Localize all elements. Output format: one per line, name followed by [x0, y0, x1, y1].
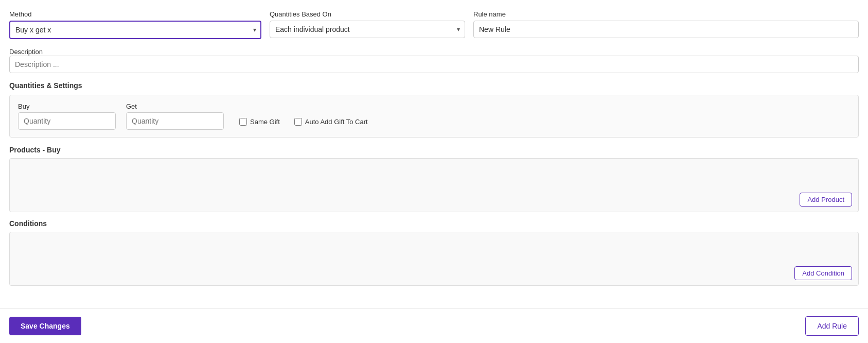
conditions-box: Add Condition — [9, 232, 859, 286]
main-content: Method Buy x get x Percentage Discount F… — [0, 0, 868, 308]
description-label: Description — [9, 48, 43, 56]
method-field-group: Method Buy x get x Percentage Discount F… — [9, 10, 261, 39]
conditions-title: Conditions — [9, 219, 859, 228]
get-label: Get — [126, 102, 224, 110]
auto-add-text: Auto Add Gift To Cart — [305, 118, 368, 126]
quantities-settings-section: Quantities & Settings Buy Get Same Gi — [9, 81, 859, 138]
footer-bar: Save Changes Add Rule — [0, 308, 868, 343]
top-row: Method Buy x get x Percentage Discount F… — [9, 10, 859, 39]
same-gift-checkbox[interactable] — [239, 118, 247, 126]
description-input[interactable] — [9, 56, 859, 73]
description-row: Description — [9, 47, 859, 73]
get-quantity-input[interactable] — [126, 112, 224, 130]
products-buy-box: Add Product — [9, 158, 859, 212]
same-gift-checkbox-label[interactable]: Same Gift — [239, 118, 280, 126]
products-buy-title: Products - Buy — [9, 146, 859, 154]
quantities-based-on-field-group: Quantities Based On Each individual prod… — [270, 10, 465, 38]
quantities-based-on-select-wrapper: Each individual product Total quantity T… — [270, 21, 465, 38]
quantities-settings-box: Buy Get Same Gift Aut — [9, 95, 859, 138]
conditions-section: Conditions Add Condition — [9, 219, 859, 286]
same-gift-text: Same Gift — [250, 118, 280, 126]
get-field: Get — [126, 102, 224, 130]
page-wrapper: Method Buy x get x Percentage Discount F… — [0, 0, 868, 343]
method-select-wrapper: Buy x get x Percentage Discount Fixed Am… — [9, 21, 261, 39]
method-select[interactable]: Buy x get x Percentage Discount Fixed Am… — [9, 21, 261, 39]
rule-name-input[interactable] — [473, 21, 859, 38]
add-rule-button[interactable]: Add Rule — [805, 316, 859, 336]
rule-name-field-group: Rule name — [473, 10, 859, 38]
buy-label: Buy — [18, 102, 116, 110]
buy-quantity-input[interactable] — [18, 112, 116, 130]
qty-checkboxes: Same Gift Auto Add Gift To Cart — [239, 118, 368, 130]
qty-row: Buy Get Same Gift Aut — [18, 102, 850, 130]
add-product-button[interactable]: Add Product — [800, 193, 852, 207]
quantities-settings-title: Quantities & Settings — [9, 81, 859, 90]
quantities-based-on-label: Quantities Based On — [270, 10, 465, 18]
add-condition-button[interactable]: Add Condition — [794, 266, 852, 280]
buy-field: Buy — [18, 102, 116, 130]
quantities-based-on-select[interactable]: Each individual product Total quantity T… — [270, 21, 465, 38]
auto-add-checkbox[interactable] — [294, 118, 302, 126]
auto-add-checkbox-label[interactable]: Auto Add Gift To Cart — [294, 118, 368, 126]
rule-name-label: Rule name — [473, 10, 859, 18]
method-label: Method — [9, 10, 261, 18]
products-buy-section: Products - Buy Add Product — [9, 146, 859, 212]
save-changes-button[interactable]: Save Changes — [9, 317, 81, 335]
